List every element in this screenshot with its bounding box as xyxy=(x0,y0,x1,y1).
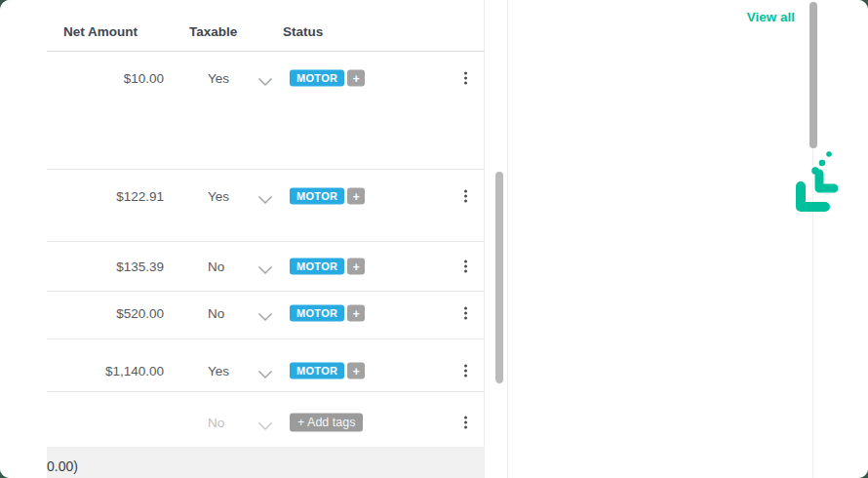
net-amount-value: $1,140.00 xyxy=(59,364,164,378)
add-tag-button[interactable]: + xyxy=(347,259,365,275)
add-tags-button[interactable]: + Add tags xyxy=(290,414,363,432)
chevron-down-icon[interactable] xyxy=(257,418,273,427)
taxable-value: No xyxy=(208,259,224,274)
add-tag-button[interactable]: + xyxy=(347,188,365,205)
table-row: No + Add tags xyxy=(0,403,485,442)
taxable-value: Yes xyxy=(208,364,229,378)
table-row: $135.39 No MOTOR + xyxy=(0,247,485,286)
row-divider xyxy=(47,169,485,170)
table-row: $122.91 Yes MOTOR + xyxy=(0,177,485,216)
add-tag-button[interactable]: + xyxy=(347,305,365,322)
row-divider xyxy=(47,391,485,392)
add-tag-button[interactable]: + xyxy=(347,363,365,379)
total-amount-partial: 0.00) xyxy=(47,458,78,474)
status-tag[interactable]: MOTOR xyxy=(290,305,344,322)
row-divider xyxy=(47,291,485,292)
view-all-link[interactable]: View all xyxy=(747,10,795,24)
taxable-value: No xyxy=(208,306,224,321)
column-header-net-amount: Net Amount xyxy=(63,24,138,39)
kebab-menu-icon[interactable] xyxy=(460,257,471,277)
kebab-menu-icon[interactable] xyxy=(460,413,471,433)
repair-order-screen: Net Amount Taxable Status $10.00 Yes MOT… xyxy=(0,0,868,478)
totals-footer: 0.00) xyxy=(47,447,485,478)
chevron-down-icon[interactable] xyxy=(257,73,273,83)
table-row: $1,140.00 Yes MOTOR + xyxy=(0,351,485,390)
line-items-table: Net Amount Taxable Status $10.00 Yes MOT… xyxy=(0,0,485,478)
column-header-taxable: Taxable xyxy=(189,24,237,39)
header-divider xyxy=(47,51,485,52)
sidebar-scrollbar[interactable] xyxy=(809,2,817,148)
kebab-menu-icon[interactable] xyxy=(460,68,471,89)
kebab-menu-icon[interactable] xyxy=(460,186,471,207)
kebab-menu-icon[interactable] xyxy=(460,361,471,381)
add-tag-button[interactable]: + xyxy=(347,70,365,87)
taxable-value: Yes xyxy=(208,71,229,86)
kebab-menu-icon[interactable] xyxy=(460,303,471,324)
chevron-down-icon[interactable] xyxy=(257,191,273,201)
chevron-down-icon[interactable] xyxy=(257,308,273,318)
net-amount-value: $10.00 xyxy=(59,71,164,86)
table-row: $10.00 Yes MOTOR + xyxy=(0,59,485,98)
taxable-value: No xyxy=(208,416,224,430)
chevron-down-icon[interactable] xyxy=(257,366,273,376)
status-tag[interactable]: MOTOR xyxy=(290,188,344,205)
taxable-value: Yes xyxy=(208,189,229,204)
status-tag[interactable]: MOTOR xyxy=(290,363,344,379)
column-header-status: Status xyxy=(283,24,323,39)
status-tag[interactable]: MOTOR xyxy=(290,259,344,275)
table-row: $520.00 No MOTOR + xyxy=(0,294,485,333)
net-amount-value: $135.39 xyxy=(59,259,164,274)
net-amount-value: $122.91 xyxy=(59,189,164,204)
table-scrollbar[interactable] xyxy=(495,172,503,383)
net-amount-value: $520.00 xyxy=(59,306,164,321)
row-divider xyxy=(47,241,485,242)
status-tag[interactable]: MOTOR xyxy=(290,70,344,87)
row-divider xyxy=(47,339,485,339)
chevron-down-icon[interactable] xyxy=(257,261,273,271)
